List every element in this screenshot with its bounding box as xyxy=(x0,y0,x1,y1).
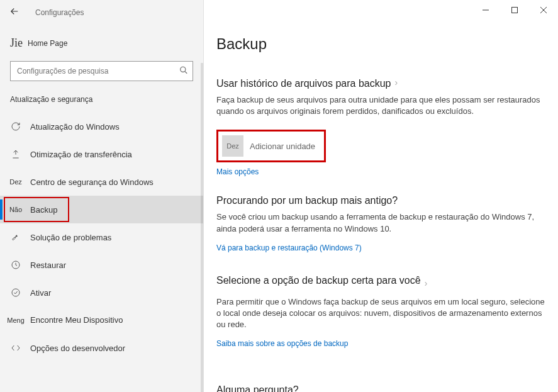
home-label: Home Page xyxy=(28,39,67,48)
sidebar-item-label: Otimização de transferência xyxy=(30,150,132,159)
shield-icon: Dez xyxy=(10,176,21,188)
sidebar-item-activation[interactable]: Ativar xyxy=(0,279,203,306)
sidebar-item-windows-security[interactable]: Dez Centro de segurança do Windows xyxy=(0,168,203,196)
older-backup-link[interactable]: Vá para backup e restauração (Windows 7) xyxy=(216,244,362,252)
sidebar-item-label: Backup xyxy=(30,205,57,215)
more-options-link[interactable]: Mais opções xyxy=(216,167,259,176)
user-name: Jie xyxy=(10,36,23,50)
sidebar-section-heading: Atualização e segurança xyxy=(0,90,203,113)
add-drive-button[interactable]: Dez Adicionar unidade xyxy=(222,135,320,157)
main-content: Backup Usar histórico de arquivos para b… xyxy=(204,0,558,392)
developer-icon xyxy=(10,342,21,354)
back-button[interactable] xyxy=(6,3,23,23)
update-icon xyxy=(10,121,21,132)
history-desc: Faça backup de seus arquivos para outra … xyxy=(216,94,545,117)
sidebar-item-label: Encontre Meu Dispositivo xyxy=(30,315,123,325)
activation-icon xyxy=(10,287,21,298)
add-drive-label: Adicionar unidade xyxy=(250,142,320,151)
sidebar-item-label: Centro de segurança do Windows xyxy=(30,177,153,187)
sidebar-item-find-my-device[interactable]: Meng Encontre Meu Dispositivo xyxy=(0,306,203,334)
plus-icon: Dez xyxy=(222,135,243,157)
choose-heading: Selecione a opção de backup certa para v… xyxy=(216,275,421,286)
recovery-icon xyxy=(10,259,21,271)
sidebar: Configurações Jie Home Page Atualização … xyxy=(0,0,204,392)
minimize-button[interactable] xyxy=(471,0,500,20)
learn-more-link[interactable]: Saiba mais sobre as opções de backup xyxy=(216,339,348,348)
sidebar-item-recovery[interactable]: Restaurar xyxy=(0,251,203,279)
sidebar-item-delivery-optimization[interactable]: Otimização de transferência xyxy=(0,140,203,168)
history-heading: Usar histórico de arquivos para backup xyxy=(216,78,391,89)
delivery-icon xyxy=(10,148,21,160)
sidebar-item-windows-update[interactable]: Atualização do Windows xyxy=(0,113,203,140)
window-title: Configurações xyxy=(35,8,84,17)
scrollbar[interactable] xyxy=(201,63,203,392)
search-input[interactable] xyxy=(10,61,193,81)
sidebar-item-label: Restaurar xyxy=(30,260,66,270)
chevron-right-icon: › xyxy=(394,77,398,87)
choose-desc: Para permitir que o Windows faça backup … xyxy=(216,296,545,331)
chevron-right-icon: › xyxy=(425,278,428,288)
sidebar-item-developer-options[interactable]: Opções do desenvolvedor xyxy=(0,334,203,362)
find-device-icon: Meng xyxy=(10,315,21,326)
page-title: Backup xyxy=(216,35,545,53)
question-heading: Alguma pergunta? xyxy=(216,384,545,392)
sidebar-item-label: Solução de problemas xyxy=(30,233,111,242)
older-desc: Se você criou um backup usando a ferrame… xyxy=(216,211,545,234)
sidebar-item-backup[interactable]: Não Backup xyxy=(0,196,203,223)
svg-point-2 xyxy=(12,289,20,296)
sidebar-item-label: Ativar xyxy=(30,288,51,298)
troubleshoot-icon xyxy=(10,232,21,243)
sidebar-item-label: Opções do desenvolvedor xyxy=(30,344,125,353)
home-row[interactable]: Jie Home Page xyxy=(0,25,203,56)
close-button[interactable] xyxy=(529,0,558,20)
older-heading: Procurando por um backup mais antigo? xyxy=(216,195,545,206)
highlight-box-add-drive: Dez Adicionar unidade xyxy=(216,130,326,162)
sidebar-item-troubleshoot[interactable]: Solução de problemas xyxy=(0,223,203,251)
backup-icon: Não xyxy=(10,204,21,215)
sidebar-item-label: Atualização do Windows xyxy=(30,122,120,132)
search-box xyxy=(10,61,193,81)
maximize-button[interactable] xyxy=(500,0,529,20)
window-controls xyxy=(471,0,558,20)
svg-rect-3 xyxy=(512,8,518,13)
